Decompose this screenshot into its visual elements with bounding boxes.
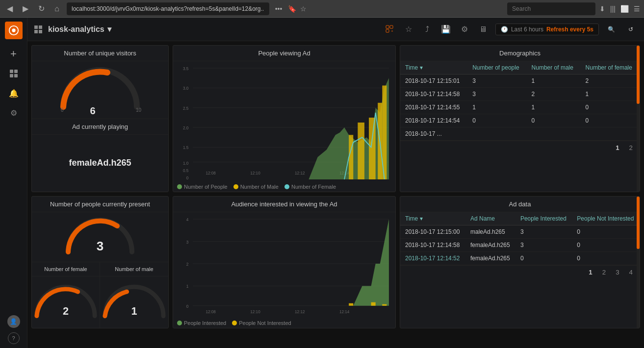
- svg-text:10: 10: [136, 107, 142, 113]
- refresh-icon[interactable]: ↺: [623, 22, 638, 37]
- sidebar-dashboards[interactable]: [4, 65, 24, 82]
- demographics-thead: Time ▾ Number of people Number of male N…: [400, 61, 640, 75]
- svg-rect-2: [10, 70, 13, 73]
- people-present-gauge: 3: [32, 212, 168, 262]
- url-bar[interactable]: [67, 2, 269, 15]
- bookmark-icon[interactable]: 🔖: [288, 5, 296, 13]
- search-bar[interactable]: [507, 2, 595, 15]
- svg-text:3: 3: [97, 239, 103, 253]
- ad-data-scrollbar[interactable]: [637, 197, 640, 328]
- table-row: 2018-10-17 12:14:58 3 2 1: [400, 88, 640, 101]
- browser-actions: ⬇ ||| ⬜ ☰: [599, 5, 640, 13]
- grafana-logo[interactable]: [5, 22, 23, 39]
- tv-mode-icon[interactable]: 🖥: [476, 22, 490, 37]
- svg-text:1: 1: [131, 304, 137, 317]
- settings-icon[interactable]: ⚙: [457, 22, 472, 37]
- demographics-title: Demographics: [400, 46, 640, 61]
- save-icon[interactable]: 💾: [438, 22, 453, 37]
- download-icon[interactable]: ⬇: [599, 5, 605, 13]
- sidebar-help[interactable]: ?: [8, 332, 20, 344]
- unique-visitors-panel: Number of unique visitors 0 10 6: [32, 46, 168, 119]
- page-1-btn[interactable]: 1: [613, 143, 622, 152]
- male-panel: Number of male 1: [100, 262, 168, 328]
- svg-text:3.5: 3.5: [183, 66, 189, 72]
- svg-text:2.5: 2.5: [183, 105, 189, 111]
- dashboard-title[interactable]: kiosk-analytics ▾: [48, 25, 111, 34]
- legend-male-dot: [233, 184, 238, 189]
- ad-playing-title: Ad currently playing: [32, 119, 168, 135]
- ad-data-panel: Ad data Time ▾ Ad Name People Interested…: [400, 196, 640, 328]
- legend-not-interested-dot: [232, 321, 237, 325]
- page-3-btn[interactable]: 3: [613, 268, 622, 277]
- page-2-btn[interactable]: 2: [599, 268, 609, 277]
- clock-icon: 🕐: [501, 26, 508, 33]
- unique-visitors-title: Number of unique visitors: [32, 46, 168, 61]
- gender-section: Number of female 2 Number of male: [32, 262, 168, 328]
- ad-data-table-container[interactable]: Time ▾ Ad Name People Interested People …: [400, 212, 640, 328]
- table-row: 2018-10-17 12:14:52 femaleAd.h265 0 0: [400, 252, 640, 265]
- cell-ad: femaleAd.h265: [465, 252, 515, 265]
- svg-rect-60: [371, 302, 376, 306]
- share-icon[interactable]: ⤴: [420, 22, 435, 37]
- cell-people: 1: [467, 101, 526, 114]
- svg-text:1.0: 1.0: [183, 160, 189, 166]
- add-panel-icon[interactable]: +: [383, 22, 397, 37]
- sidebar-add[interactable]: +: [4, 45, 24, 63]
- demographics-tbody: 2018-10-17 12:15:01 3 1 2 2018-10-17 12:…: [400, 75, 640, 141]
- people-viewing-title: People viewing Ad: [173, 46, 395, 61]
- extend-icon[interactable]: ⬜: [620, 5, 629, 13]
- legend-people: Number of People: [177, 184, 228, 190]
- svg-text:12:12: 12:12: [295, 170, 305, 175]
- forward-button[interactable]: ▶: [20, 3, 31, 15]
- col-interested: People Interested: [515, 212, 572, 225]
- home-button[interactable]: ⌂: [51, 3, 63, 15]
- cell-people: 3: [467, 88, 526, 101]
- svg-text:12:14: 12:14: [339, 309, 350, 314]
- cell-not-interested: 0: [572, 252, 640, 265]
- star-dashboard-icon[interactable]: ☆: [401, 22, 416, 37]
- col-male: Number of male: [527, 61, 581, 75]
- svg-rect-4: [10, 74, 13, 77]
- reload-button[interactable]: ↻: [35, 3, 47, 15]
- time-range-picker[interactable]: 🕐 Last 6 hours Refresh every 5s: [495, 24, 599, 35]
- search-zoom-icon[interactable]: 🔍: [604, 22, 618, 37]
- cell-not-interested: 0: [572, 239, 640, 252]
- sidebar-alerts[interactable]: 🔔: [4, 84, 24, 102]
- cell-time: 2018-10-17 12:14:55: [400, 101, 467, 114]
- unique-visitors-gauge: 0 10 6: [32, 61, 168, 119]
- cell-female: 0: [581, 101, 640, 114]
- page-2-btn[interactable]: 2: [626, 143, 636, 152]
- svg-text:2: 2: [186, 262, 189, 267]
- table-row: 2018-10-17 12:14:54 0 0 0: [400, 114, 640, 127]
- sidebar-settings[interactable]: ⚙: [4, 104, 24, 122]
- svg-text:1.5: 1.5: [183, 145, 189, 150]
- svg-text:1: 1: [186, 284, 189, 289]
- page-4-btn[interactable]: 4: [626, 268, 636, 277]
- page-1-btn[interactable]: 1: [586, 268, 595, 277]
- female-gauge: 2: [32, 276, 100, 328]
- sidebar-user[interactable]: 👤: [4, 313, 24, 330]
- svg-text:0: 0: [186, 175, 189, 181]
- back-button[interactable]: ◀: [4, 3, 16, 15]
- cell-people: 3: [467, 75, 526, 88]
- col-time[interactable]: Time ▾: [400, 61, 467, 75]
- demographics-scrollbar[interactable]: [637, 46, 640, 192]
- svg-marker-38: [369, 118, 376, 179]
- svg-text:12:10: 12:10: [250, 170, 260, 175]
- star-icon[interactable]: ☆: [300, 5, 307, 13]
- legend-female: Number of Female: [284, 184, 336, 190]
- cell-time: 2018-10-17 12:15:00: [400, 225, 465, 239]
- female-panel: Number of female 2: [32, 262, 100, 328]
- people-present-section: Number of people currently present 3: [32, 197, 168, 262]
- main-content: kiosk-analytics ▾ + ☆ ⤴ 💾 ⚙ 🖥 🕐 Last 6 h…: [27, 18, 644, 348]
- demographics-table-container[interactable]: Time ▾ Number of people Number of male N…: [400, 61, 640, 192]
- svg-rect-6: [34, 25, 38, 29]
- ad-name: femaleAd.h265: [69, 158, 131, 168]
- col-ad-name: Ad Name: [465, 212, 515, 225]
- library-icon[interactable]: |||: [610, 5, 616, 13]
- ad-data-header-row: Time ▾ Ad Name People Interested People …: [400, 212, 640, 225]
- legend-not-interested: People Not Interested: [232, 320, 291, 326]
- col-time[interactable]: Time ▾: [400, 212, 465, 225]
- menu-icon[interactable]: ☰: [634, 5, 640, 13]
- top-bar-actions: + ☆ ⤴ 💾 ⚙ 🖥: [383, 22, 490, 37]
